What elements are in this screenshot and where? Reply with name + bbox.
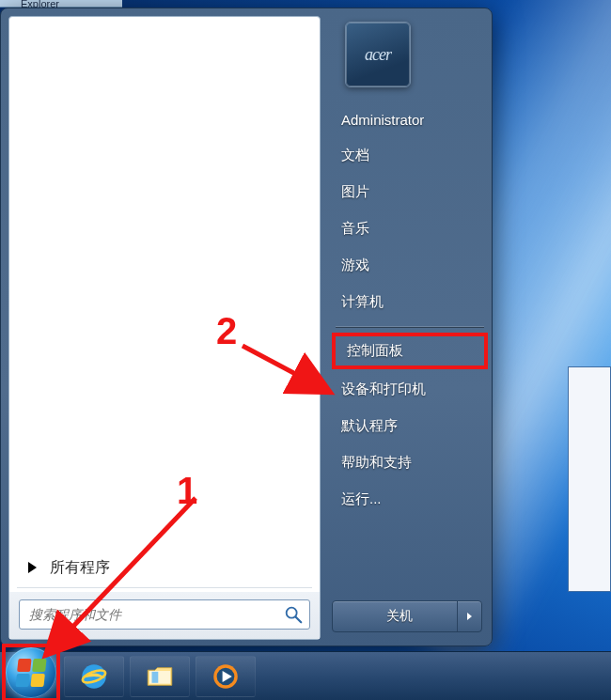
taskbar-item-ie[interactable] bbox=[64, 656, 124, 697]
menu-music[interactable]: 音乐 bbox=[326, 210, 493, 247]
window-right-fragment bbox=[568, 366, 611, 592]
shutdown-options-split[interactable] bbox=[457, 601, 481, 631]
start-menu-left-panel: 所有程序 bbox=[8, 16, 321, 640]
taskbar bbox=[0, 651, 611, 700]
menu-documents[interactable]: 文档 bbox=[326, 137, 493, 174]
divider bbox=[17, 587, 312, 588]
menu-run[interactable]: 运行... bbox=[326, 481, 493, 518]
pinned-programs-area bbox=[9, 17, 320, 552]
menu-devices-printers[interactable]: 设备和打印机 bbox=[326, 371, 493, 408]
shutdown-label: 关机 bbox=[333, 608, 457, 625]
all-programs-button[interactable]: 所有程序 bbox=[9, 552, 320, 583]
start-menu: 所有程序 acer Administrator 文档 图片 音乐 游戏 计算机 … bbox=[0, 8, 493, 646]
windows-logo-icon bbox=[15, 659, 46, 687]
search-icon bbox=[283, 604, 304, 625]
folder-icon bbox=[144, 661, 176, 692]
all-programs-label: 所有程序 bbox=[50, 558, 110, 578]
user-picture-brand: acer bbox=[365, 45, 391, 65]
menu-help-support[interactable]: 帮助和支持 bbox=[326, 444, 493, 481]
start-menu-right-panel: acer Administrator 文档 图片 音乐 游戏 计算机 控制面板 … bbox=[326, 8, 493, 646]
chevron-right-icon bbox=[467, 613, 472, 620]
menu-games[interactable]: 游戏 bbox=[326, 247, 493, 284]
taskbar-item-media-player[interactable] bbox=[196, 656, 256, 697]
menu-default-programs[interactable]: 默认程序 bbox=[326, 408, 493, 444]
media-player-icon bbox=[210, 661, 242, 692]
svg-rect-5 bbox=[152, 671, 159, 682]
separator bbox=[336, 326, 484, 327]
taskbar-item-explorer[interactable] bbox=[130, 656, 190, 697]
search-box[interactable] bbox=[19, 599, 310, 630]
menu-computer[interactable]: 计算机 bbox=[326, 284, 493, 320]
svg-line-1 bbox=[296, 617, 302, 623]
start-button[interactable] bbox=[6, 647, 56, 698]
menu-control-panel[interactable]: 控制面板 bbox=[332, 333, 488, 369]
internet-explorer-icon bbox=[78, 661, 110, 692]
menu-pictures[interactable]: 图片 bbox=[326, 174, 493, 210]
search-row bbox=[9, 592, 320, 639]
search-input[interactable] bbox=[29, 607, 277, 622]
user-picture[interactable]: acer bbox=[345, 22, 411, 87]
triangle-right-icon bbox=[28, 562, 37, 573]
window-titlebar-fragment: Explorer bbox=[0, 0, 122, 8]
shutdown-button[interactable]: 关机 bbox=[332, 600, 482, 632]
menu-username[interactable]: Administrator bbox=[326, 102, 493, 137]
